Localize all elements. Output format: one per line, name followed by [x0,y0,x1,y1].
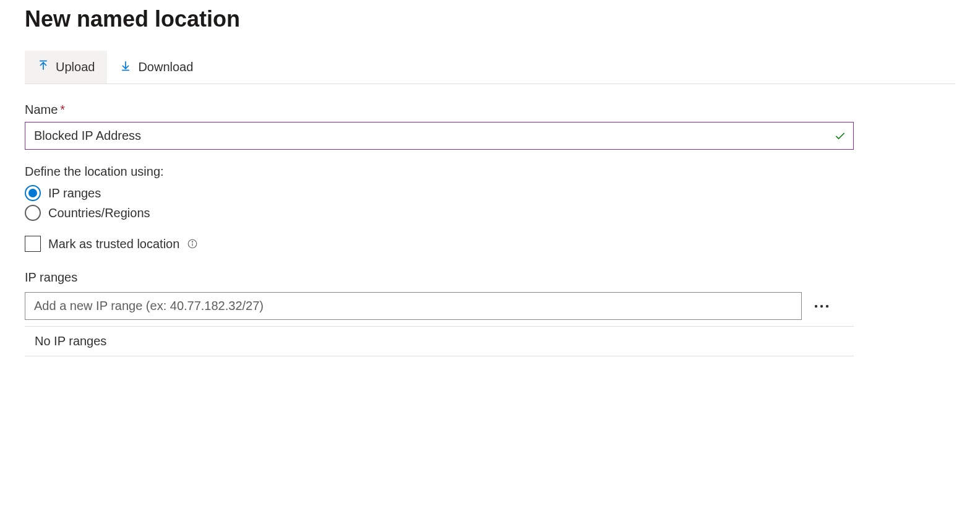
toolbar: Upload Download [25,51,955,84]
svg-point-8 [820,304,823,307]
required-star-icon: * [60,103,65,116]
ip-range-input[interactable] [25,292,802,320]
upload-icon [37,59,49,75]
name-label: Name* [25,103,854,117]
download-icon [119,59,132,75]
ellipsis-icon [813,303,830,309]
radio-icon-selected [25,185,41,201]
download-label: Download [138,60,193,74]
more-options-button[interactable] [810,301,833,312]
radio-countries-regions[interactable]: Countries/Regions [25,205,854,221]
svg-point-6 [192,241,193,242]
svg-point-9 [826,304,828,307]
download-button[interactable]: Download [107,51,205,84]
form-section: Name* Define the location using: IP rang… [25,103,854,356]
upload-label: Upload [56,60,95,74]
name-input-wrap [25,122,854,150]
trusted-checkbox-row: Mark as trusted location [25,236,854,252]
ip-input-row [25,292,854,320]
trusted-checkbox[interactable] [25,236,41,252]
name-label-text: Name [25,103,58,116]
name-input[interactable] [25,122,854,150]
upload-button[interactable]: Upload [25,51,107,84]
info-icon[interactable] [187,238,198,249]
svg-point-7 [815,304,817,307]
page-title: New named location [25,6,955,32]
checkmark-icon [834,130,846,142]
radio-icon-unselected [25,205,41,221]
radio-countries-label: Countries/Regions [48,206,150,220]
ip-ranges-heading: IP ranges [25,270,854,285]
trusted-checkbox-label: Mark as trusted location [48,237,179,251]
radio-ip-label: IP ranges [48,186,101,200]
radio-ip-ranges[interactable]: IP ranges [25,185,854,201]
define-using-label: Define the location using: [25,165,854,179]
no-ip-ranges-row: No IP ranges [25,326,854,356]
